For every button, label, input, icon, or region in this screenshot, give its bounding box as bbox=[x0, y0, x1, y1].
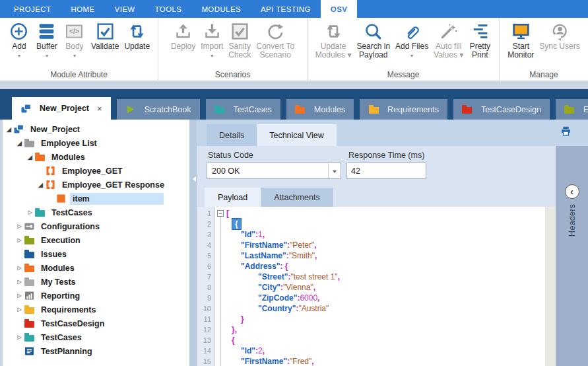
folder-icon bbox=[24, 318, 34, 329]
json-token: "Id" bbox=[241, 229, 255, 240]
ribbon-button-label: Auto fillValues ▾ bbox=[434, 42, 463, 59]
tree-expander-icon[interactable]: ▷ bbox=[26, 209, 34, 216]
ribbon-search-in-payload-button[interactable]: Search inPayload bbox=[354, 20, 392, 59]
document-tab-new-project[interactable]: New_Project× bbox=[12, 97, 111, 120]
tree-item-label: Modules bbox=[49, 151, 88, 163]
menu-item-view[interactable]: VIEW bbox=[105, 0, 145, 18]
collapse-node-icon[interactable]: − bbox=[217, 210, 224, 217]
printer-icon[interactable] bbox=[560, 126, 572, 137]
tree-item-label: Reporting bbox=[38, 290, 82, 302]
tree-item-label: Employee_GET Response bbox=[59, 179, 167, 191]
module-icon bbox=[45, 180, 55, 190]
tree-expander-icon[interactable]: ▷ bbox=[15, 237, 24, 244]
document-tab-requirements[interactable]: Requirements bbox=[360, 99, 447, 120]
dropdown-chevron-icon[interactable]: ▾ bbox=[73, 53, 76, 59]
dropdown-chevron-icon[interactable]: ▾ bbox=[410, 53, 413, 59]
ribbon-validate-button[interactable]: Validate bbox=[89, 20, 121, 59]
menu-item-tools[interactable]: TOOLS bbox=[145, 0, 192, 18]
tree-item-label: Employee_GET bbox=[59, 165, 125, 177]
square-icon bbox=[55, 194, 66, 204]
json-token: , bbox=[314, 240, 316, 250]
menu-item-modules[interactable]: MODULES bbox=[191, 0, 251, 18]
tree-item-testcases[interactable]: ▷TestCases bbox=[3, 330, 189, 344]
tree-item-testcasedesign[interactable]: TestCaseDesign bbox=[3, 316, 189, 330]
tree-item-modules[interactable]: ▷Modules bbox=[3, 261, 189, 275]
tree-expander-icon[interactable]: ◢ bbox=[36, 182, 45, 188]
tree-item-configurations[interactable]: ▷Configurations bbox=[3, 219, 189, 233]
tree-expander-icon[interactable]: ▷ bbox=[15, 223, 24, 230]
folder-icon bbox=[24, 332, 34, 343]
tree-item-employee-list[interactable]: ◢Employee List bbox=[3, 136, 189, 150]
status-code-select[interactable]: 200 OK bbox=[207, 163, 341, 179]
payload-scrollbar[interactable] bbox=[545, 207, 556, 366]
line-number: 7 bbox=[197, 272, 214, 282]
payload-tab-payload[interactable]: Payload bbox=[205, 188, 261, 207]
headers-tab[interactable]: Headers bbox=[567, 204, 577, 237]
convert-refresh-icon bbox=[266, 20, 285, 42]
tree-item-employee-get-response[interactable]: ◢Employee_GET Response bbox=[3, 178, 189, 192]
tree-item-execution[interactable]: ▷Execution bbox=[3, 233, 189, 247]
ribbon-group-module-attribute: Add▾Buffer▾</>Body▾ValidateUpdateModule … bbox=[0, 18, 158, 81]
tree-item-testplanning[interactable]: TestPlanning bbox=[3, 344, 189, 358]
tree-expander-icon[interactable]: ▷ bbox=[15, 334, 24, 341]
expand-headers-button[interactable]: ‹ bbox=[565, 184, 579, 199]
collapse-tree-icon[interactable] bbox=[190, 176, 196, 182]
payload-tab-attachments[interactable]: Attachments bbox=[261, 188, 333, 207]
tree-item-new-project[interactable]: ◢New_Project bbox=[3, 122, 189, 136]
tree-item-item[interactable]: item bbox=[3, 192, 189, 205]
menu-item-project[interactable]: PROJECT bbox=[4, 0, 61, 18]
chevron-down-icon[interactable] bbox=[328, 163, 341, 178]
dropdown-chevron-icon[interactable]: ▾ bbox=[211, 53, 213, 59]
document-tab-label: Modules bbox=[314, 105, 345, 114]
line-number: 11 bbox=[197, 314, 214, 324]
close-tab-icon[interactable]: × bbox=[97, 104, 102, 114]
menu-item-api-testing[interactable]: API TESTING bbox=[251, 0, 321, 18]
tree-item-employee-get[interactable]: Employee_GET bbox=[3, 164, 189, 178]
tree-item-issues[interactable]: Issues bbox=[3, 247, 189, 261]
tree-item-modules[interactable]: ◢Modules bbox=[3, 150, 189, 164]
ribbon-add-files-button[interactable]: Add Files▾ bbox=[393, 20, 430, 59]
folder-icon bbox=[214, 104, 225, 115]
json-token: "Austria" bbox=[298, 303, 329, 314]
tree-item-testcases[interactable]: ▷TestCases bbox=[3, 205, 189, 219]
ribbon-pretty-print-button[interactable]: PrettyPrint bbox=[467, 20, 493, 59]
menu-item-home[interactable]: HOME bbox=[61, 0, 104, 18]
tree-item-requirements[interactable]: ▷Requirements bbox=[3, 303, 189, 316]
tree-expander-icon[interactable]: ▷ bbox=[15, 293, 24, 299]
tree-splitter[interactable] bbox=[189, 120, 197, 366]
tree-item-label: TestCases bbox=[38, 332, 84, 344]
response-status-section: Status Code Response Time (ms) 200 OK Pa… bbox=[197, 146, 556, 207]
payload-line: "Address": { bbox=[226, 261, 556, 272]
view-tab-details[interactable]: Details bbox=[207, 124, 257, 146]
tree-expander-icon[interactable]: ◢ bbox=[15, 140, 24, 147]
payload-line: "City": "Vienna", bbox=[226, 282, 556, 293]
tree-expander-icon[interactable]: ▷ bbox=[15, 307, 24, 313]
tree-expander-icon[interactable]: ▷ bbox=[15, 265, 24, 272]
line-number: 10 bbox=[197, 303, 214, 314]
ribbon-update-button[interactable]: Update bbox=[122, 20, 152, 59]
document-tab-modules[interactable]: Modules bbox=[286, 99, 354, 120]
ribbon-add-button[interactable]: Add▾ bbox=[6, 20, 32, 59]
ribbon-group-label: Module Attribute bbox=[0, 70, 158, 79]
dropdown-chevron-icon[interactable]: ▾ bbox=[46, 53, 48, 59]
document-tab-scratchbook[interactable]: ScratchBook bbox=[117, 99, 200, 120]
document-tab-testcases[interactable]: TestCases bbox=[206, 99, 280, 120]
menu-item-osv[interactable]: OSV bbox=[321, 0, 358, 18]
document-tab-execution[interactable]: Execution bbox=[556, 99, 588, 120]
tree-item-my-tests[interactable]: ▷My Tests bbox=[3, 275, 189, 289]
folder-icon bbox=[295, 104, 306, 115]
ribbon-start-monitor-button[interactable]: StartMonitor bbox=[506, 20, 536, 59]
status-code-value: 200 OK bbox=[212, 166, 240, 176]
tree-expander-icon[interactable]: ▷ bbox=[15, 279, 24, 285]
tree-item-reporting[interactable]: ▷Reporting bbox=[3, 289, 189, 303]
payload-line: "Id": 1, bbox=[226, 229, 556, 240]
response-time-input[interactable] bbox=[346, 163, 426, 179]
payload-line: } bbox=[226, 314, 556, 324]
view-tab-technical-view[interactable]: Technical View bbox=[257, 124, 336, 146]
document-tab-label: TestCaseDesign bbox=[481, 105, 541, 114]
tree-expander-icon[interactable]: ◢ bbox=[26, 154, 34, 161]
tree-expander-icon[interactable]: ◢ bbox=[5, 126, 13, 133]
dropdown-chevron-icon[interactable]: ▾ bbox=[18, 53, 20, 59]
document-tab-testcasedesign[interactable]: TestCaseDesign bbox=[453, 99, 550, 120]
ribbon-buffer-button[interactable]: Buffer▾ bbox=[34, 20, 60, 59]
